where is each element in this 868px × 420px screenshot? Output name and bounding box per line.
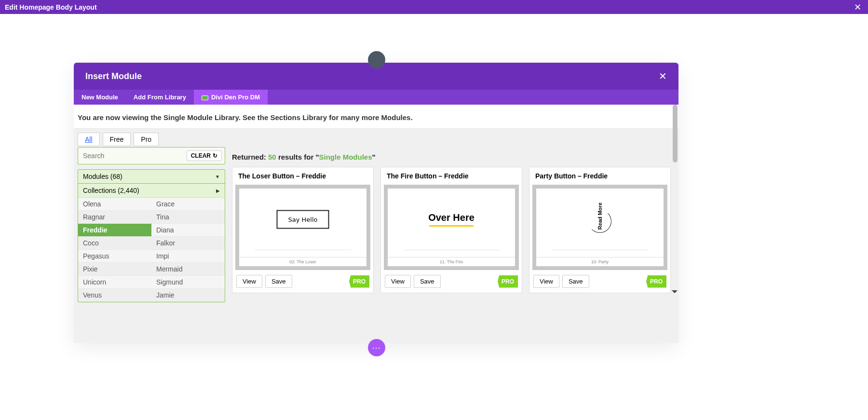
chevron-right-icon: ▶ <box>216 188 220 193</box>
thumb-caption: 10: Party <box>536 257 664 266</box>
accordion-collections-label: Collections (2,440) <box>83 187 139 194</box>
preview-button-text: Over Here <box>428 212 475 227</box>
returned-query: Single Modules <box>319 153 372 161</box>
thumb-caption: 11: The Fire <box>388 257 515 266</box>
returned-end: " <box>372 153 376 161</box>
collection-item[interactable]: Pixie <box>78 263 151 276</box>
divider-line <box>552 250 649 250</box>
filter-tab-free[interactable]: Free <box>103 133 131 146</box>
thumb-preview: Read More <box>536 189 664 257</box>
search-box: CLEAR↻ <box>78 147 225 164</box>
tab-new-module[interactable]: New Module <box>74 90 126 105</box>
thumb-preview: Say Hello <box>239 189 366 257</box>
insert-module-modal: Insert Module ✕ New Module Add From Libr… <box>74 63 678 343</box>
page-top-bar: Edit Homepage Body Layout ✕ <box>0 0 868 14</box>
results-summary: Returned: 50 results for "Single Modules… <box>232 147 675 167</box>
filter-tabs: All Free Pro <box>74 129 678 146</box>
library-notice-text: You are now viewing the Single Module Li… <box>74 113 678 122</box>
collection-item[interactable]: Diana <box>151 224 225 237</box>
modal-close-icon[interactable]: ✕ <box>659 70 667 82</box>
refresh-icon: ↻ <box>213 152 217 159</box>
card-title: The Loser Button – Freddie <box>232 167 373 185</box>
filter-tab-pro[interactable]: Pro <box>134 133 159 146</box>
collection-item[interactable]: Pegasus <box>78 250 151 263</box>
sidebar: CLEAR↻ Modules (68) ▼ Collections (2,440… <box>78 147 225 302</box>
module-card: Party Button – Freddie Read More 10: Par… <box>529 167 671 293</box>
card-actions: View Save PRO <box>232 270 373 293</box>
collection-item[interactable]: Unicorn <box>78 276 151 289</box>
card-thumbnail[interactable]: Over Here 11: The Fire <box>384 185 519 270</box>
module-card: The Fire Button – Freddie Over Here 11: … <box>380 167 522 293</box>
sidebar-accordion: Modules (68) ▼ Collections (2,440) ▶ Ole… <box>78 169 225 302</box>
view-button[interactable]: View <box>236 275 262 288</box>
scrollbar-thumb[interactable] <box>673 105 678 163</box>
tab-divi-den-pro[interactable]: Divi Den Pro DM <box>194 90 268 105</box>
modal-tabs: New Module Add From Library Divi Den Pro… <box>74 90 678 105</box>
page-close-icon[interactable]: ✕ <box>852 2 863 13</box>
save-button[interactable]: Save <box>562 275 589 288</box>
accordion-collections[interactable]: Collections (2,440) ▶ <box>78 184 225 198</box>
divider-line <box>403 250 500 250</box>
cards-row: The Loser Button – Freddie Say Hello 02:… <box>232 167 675 293</box>
modal-expand-handle-bottom-icon[interactable]: ⋯ <box>368 339 385 356</box>
view-button[interactable]: View <box>385 275 411 288</box>
scroll-down-arrow-icon[interactable] <box>672 290 678 293</box>
card-actions: View Save PRO <box>381 270 522 293</box>
circle-icon <box>588 210 611 233</box>
card-title: Party Button – Freddie <box>529 167 670 185</box>
module-card: The Loser Button – Freddie Say Hello 02:… <box>232 167 374 293</box>
card-actions: View Save PRO <box>529 270 670 293</box>
modal-drag-handle-top-icon[interactable] <box>368 51 385 68</box>
content-row: CLEAR↻ Modules (68) ▼ Collections (2,440… <box>74 146 678 302</box>
returned-mid: results for " <box>278 153 319 161</box>
modal-title: Insert Module <box>85 71 142 81</box>
clear-search-button[interactable]: CLEAR↻ <box>187 150 222 161</box>
collection-item[interactable]: Sigmund <box>151 276 225 289</box>
accordion-modules[interactable]: Modules (68) ▼ <box>78 170 225 184</box>
returned-label: Returned: <box>232 153 266 161</box>
returned-count: 50 <box>268 153 276 161</box>
collection-item[interactable]: Olena <box>78 198 151 211</box>
chevron-down-icon: ▼ <box>215 174 220 179</box>
thumb-caption: 02: The Loser <box>239 257 366 266</box>
tab-add-from-library[interactable]: Add From Library <box>126 90 194 105</box>
collection-item[interactable]: Jamie <box>151 289 225 302</box>
modal-body: You are now viewing the Single Module Li… <box>74 105 678 343</box>
page-title: Edit Homepage Body Layout <box>5 3 97 11</box>
save-button[interactable]: Save <box>265 275 292 288</box>
underline-accent <box>429 225 474 227</box>
modal-header: Insert Module ✕ New Module Add From Libr… <box>74 63 678 105</box>
pro-badge: PRO <box>646 275 666 288</box>
tab-divi-den-pro-label: Divi Den Pro DM <box>211 94 260 101</box>
collection-item[interactable]: Ragnar <box>78 211 151 224</box>
library-notice-bar: You are now viewing the Single Module Li… <box>74 105 678 129</box>
collection-item[interactable]: Venus <box>78 289 151 302</box>
divider-line <box>255 250 352 250</box>
clear-label: CLEAR <box>191 152 211 159</box>
view-button[interactable]: View <box>533 275 559 288</box>
preview-button-text: Say Hello <box>277 210 329 229</box>
thumb-preview: Over Here <box>388 189 515 257</box>
save-button[interactable]: Save <box>414 275 441 288</box>
collections-grid: Olena Grace Ragnar Tina Freddie Diana Co… <box>78 198 225 302</box>
results-column: Returned: 50 results for "Single Modules… <box>232 147 675 302</box>
card-thumbnail[interactable]: Say Hello 02: The Loser <box>235 185 370 270</box>
card-title: The Fire Button – Freddie <box>381 167 522 185</box>
card-thumbnail[interactable]: Read More 10: Party <box>532 185 667 270</box>
collection-item[interactable]: Impi <box>151 250 225 263</box>
divi-den-icon <box>202 95 208 100</box>
collection-item[interactable]: Tina <box>151 211 225 224</box>
pro-badge: PRO <box>349 275 369 288</box>
collection-item[interactable]: Coco <box>78 237 151 250</box>
collection-item[interactable]: Falkor <box>151 237 225 250</box>
collection-item-selected[interactable]: Freddie <box>78 224 151 237</box>
accordion-modules-label: Modules (68) <box>83 173 122 180</box>
filter-tab-all[interactable]: All <box>78 133 100 146</box>
collection-item[interactable]: Mermaid <box>151 263 225 276</box>
collection-item[interactable]: Grace <box>151 198 225 211</box>
search-input[interactable] <box>81 151 168 161</box>
pro-badge: PRO <box>498 275 518 288</box>
